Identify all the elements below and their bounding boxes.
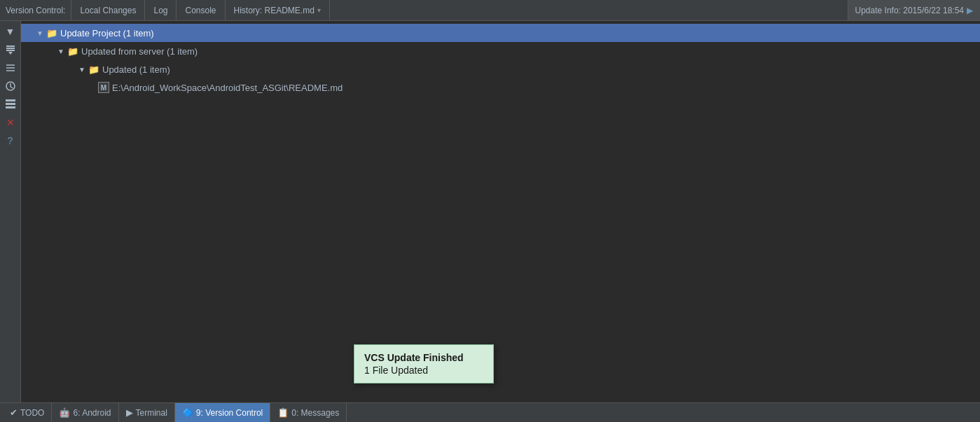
tree-row[interactable]: M E:\Android_WorkSpace\AndroidTest_ASGit…: [21, 78, 980, 97]
status-bar: ✔ TODO 🤖 6: Android ▶ Terminal 🔷 9: Vers…: [0, 402, 980, 422]
expand-arrow-icon: ▼: [56, 46, 66, 56]
revert-icon[interactable]: [3, 60, 18, 76]
folder-icon: 📁: [67, 46, 78, 57]
svg-rect-11: [6, 103, 15, 105]
help-icon[interactable]: ?: [3, 133, 18, 148]
folder-icon: 📁: [46, 28, 57, 38]
status-version-control-label: 9: Version Control: [196, 408, 263, 418]
tab-local-changes[interactable]: Local Changes: [71, 0, 145, 20]
tree-node-label: E:\Android_WorkSpace\AndroidTest_ASGit\R…: [112, 83, 343, 93]
tab-console[interactable]: Console: [177, 0, 225, 20]
vcs-popup-detail: 1 File Updated: [364, 365, 483, 376]
status-android-label: 6: Android: [73, 408, 111, 418]
status-messages-label: 0: Messages: [291, 408, 339, 418]
tree-content[interactable]: ▼ 📁 Update Project (1 item) ▼ 📁 Updated …: [21, 21, 980, 402]
tree-row[interactable]: ▼ 📁 Updated (1 item): [21, 60, 980, 78]
file-icon: M: [98, 82, 109, 93]
update-info[interactable]: Update Info: 2015/6/22 18:54 ▶: [848, 0, 980, 20]
todo-icon: ✔: [10, 407, 18, 418]
svg-marker-3: [8, 52, 13, 55]
svg-rect-0: [6, 45, 15, 47]
svg-rect-12: [6, 106, 15, 108]
terminal-icon: ▶: [126, 407, 133, 418]
version-control-icon: 🔷: [182, 407, 193, 418]
android-icon: 🤖: [59, 407, 70, 418]
expand-arrow-icon: ▼: [77, 64, 87, 74]
tab-bar: Version Control: Local Changes Log Conso…: [0, 0, 980, 21]
status-todo-label: TODO: [20, 408, 44, 418]
status-terminal[interactable]: ▶ Terminal: [119, 403, 175, 422]
folder-icon: 📁: [88, 64, 99, 75]
expand-arrow-icon: ▼: [35, 28, 45, 38]
svg-rect-2: [6, 50, 15, 51]
tree-node-label: Update Project (1 item): [60, 28, 154, 38]
chevron-down-icon: ▾: [317, 6, 321, 14]
tree-row[interactable]: ▼ 📁 Update Project (1 item): [21, 24, 980, 42]
collapse-icon[interactable]: ▼: [3, 24, 18, 39]
svg-rect-10: [6, 99, 15, 101]
close-icon[interactable]: ✕: [3, 115, 18, 130]
messages-icon: 📋: [277, 407, 289, 418]
tab-history[interactable]: History: README.md ▾: [226, 0, 330, 20]
tree-node-label: Updated (1 item): [102, 64, 170, 75]
tree-row[interactable]: ▼ 📁 Updated from server (1 item): [21, 42, 980, 60]
update-icon[interactable]: [3, 42, 18, 57]
left-toolbar: ▼: [0, 21, 21, 402]
vcs-popup-title: VCS Update Finished: [364, 352, 483, 363]
status-messages[interactable]: 📋 0: Messages: [270, 403, 347, 422]
status-todo[interactable]: ✔ TODO: [3, 403, 52, 422]
tab-history-label: History: README.md: [234, 6, 315, 15]
vcs-popup: VCS Update Finished 1 File Updated: [354, 344, 494, 384]
tab-bar-prefix: Version Control:: [0, 0, 71, 20]
update-info-label: Update Info: 2015/6/22 18:54: [855, 6, 964, 15]
history-toolbar-icon[interactable]: [3, 78, 18, 94]
tab-log[interactable]: Log: [145, 0, 177, 20]
status-android[interactable]: 🤖 6: Android: [52, 403, 118, 422]
svg-line-9: [11, 87, 13, 88]
status-version-control[interactable]: 🔷 9: Version Control: [175, 403, 270, 422]
tree-node-label: Updated from server (1 item): [81, 46, 198, 57]
rollback-icon[interactable]: [3, 97, 18, 112]
status-terminal-label: Terminal: [136, 408, 167, 418]
svg-rect-1: [6, 48, 15, 49]
update-info-arrow: ▶: [967, 6, 973, 15]
